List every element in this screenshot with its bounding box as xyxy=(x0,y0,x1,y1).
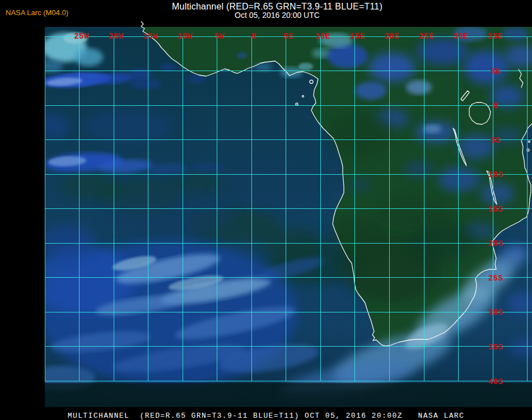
image-timestamp: Oct 05, 2016 20:00 UTC xyxy=(22,11,532,20)
lon-label: 0 xyxy=(251,32,256,41)
satellite-image: 25W20W15W10W5W05E10E15E20E25E30E35E5N05S… xyxy=(44,21,532,407)
lat-label: 30S xyxy=(488,308,503,317)
lat-label: 35S xyxy=(488,343,503,352)
footer-caption: MULTICHANNEL (RED=R.65 GRN=T3.9-11 BLUE=… xyxy=(0,412,532,420)
satellite-viewer: { "window": { "background": "#000000" },… xyxy=(0,0,532,420)
lon-label: 10E xyxy=(315,32,330,41)
lon-label: 5E xyxy=(283,32,293,41)
lat-label: 10S xyxy=(488,170,503,179)
lat-label: 20S xyxy=(488,239,503,248)
lat-label: 5N xyxy=(491,67,501,76)
lat-label: 40S xyxy=(488,377,503,386)
sensor-noise xyxy=(45,27,532,407)
lon-label: 20W xyxy=(109,32,124,41)
image-title: Multichannel (RED=R.65 GRN=T3.9-11 BLUE=… xyxy=(22,2,532,11)
satellite-map: 25W20W15W10W5W05E10E15E20E25E30E35E5N05S… xyxy=(44,21,532,407)
lon-label: 35E xyxy=(488,32,503,41)
lat-label: 0 xyxy=(493,101,498,110)
nasa-larc-credit: NASA Larc (M04.0) xyxy=(6,8,68,17)
lon-label: 30E xyxy=(453,32,468,41)
lon-label: 15W xyxy=(143,32,158,41)
lat-label: 5S xyxy=(491,136,501,145)
lat-label: 15S xyxy=(488,205,503,214)
imagery-layer xyxy=(44,21,532,407)
lon-label: 25W xyxy=(74,32,89,41)
lon-label: 20E xyxy=(384,32,399,41)
lon-label: 10W xyxy=(178,32,193,41)
title-block: Multichannel (RED=R.65 GRN=T3.9-11 BLUE=… xyxy=(0,2,532,20)
lon-label: 25E xyxy=(419,32,434,41)
lat-label: 25S xyxy=(488,274,503,283)
lon-label: 15E xyxy=(350,32,365,41)
lon-label: 5W xyxy=(214,32,225,41)
